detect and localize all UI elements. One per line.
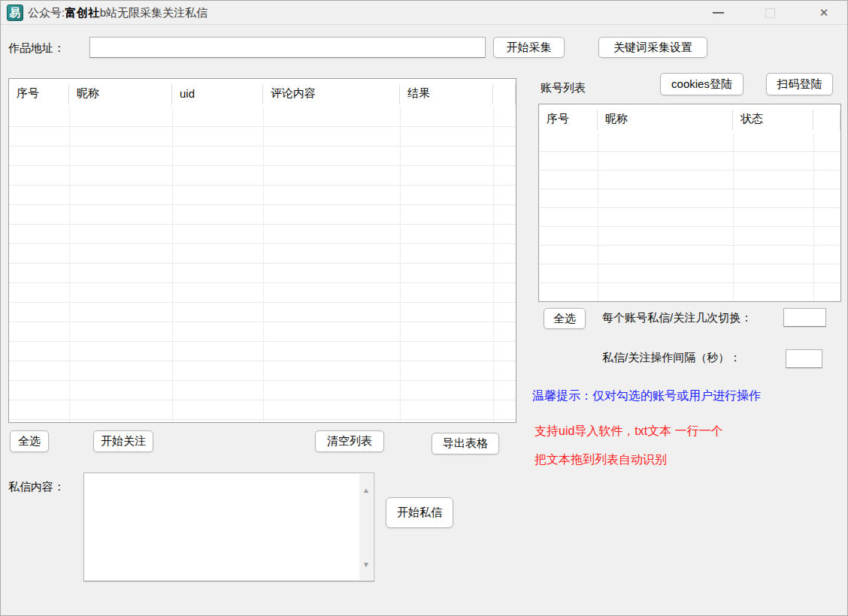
tip-red-text-1: 支持uid导入软件，txt文本 一行一个 [535,424,723,439]
list-select-all-button[interactable]: 全选 [10,430,49,452]
account-table[interactable]: 序号 昵称 状态 [538,104,841,302]
comment-table[interactable]: 序号 昵称 uid 评论内容 结果 [8,78,516,423]
dm-content-box: ▲ ▼ [83,473,374,581]
comment-col-content: 评论内容 [263,79,400,107]
comment-col-nickname: 昵称 [69,79,172,107]
app-window: 易 公众号:富创社b站无限采集关注私信 ✕ 作品地址： 开始采集 关键词采集设置… [0,0,848,616]
tip-blue-text: 温馨提示：仅对勾选的账号或用户进行操作 [532,388,761,404]
account-grid-line [733,133,734,301]
start-follow-button[interactable]: 开始关注 [93,430,153,452]
dm-scrollbar[interactable]: ▲ ▼ [359,474,373,580]
interval-input[interactable] [786,349,822,368]
account-list-label: 账号列表 [541,81,586,95]
comment-grid-line [263,107,264,422]
tip-red-text-2: 把文本拖到列表自动识别 [535,452,667,468]
account-table-header: 序号 昵称 状态 [539,104,840,133]
scroll-up-icon[interactable]: ▲ [359,483,373,497]
window-title-brand: 富创社 [65,6,100,19]
switch-times-label: 每个账号私信/关注几次切换： [602,311,752,325]
qr-login-button[interactable]: 扫码登陆 [766,73,833,95]
interval-label: 私信/关注操作间隔（秒）： [602,351,740,365]
window-title-suffix: b站无限采集关注私信 [100,6,207,19]
scroll-down-icon[interactable]: ▼ [359,557,373,571]
comment-col-uid: uid [172,79,263,107]
switch-times-input[interactable] [783,308,826,327]
account-select-all-button[interactable]: 全选 [544,308,586,329]
dm-content-textarea[interactable] [85,474,359,580]
comment-grid-line [400,107,401,422]
keyword-collect-settings-button[interactable]: 关键词采集设置 [598,37,707,58]
account-col-extra [813,104,840,133]
minimize-icon [713,12,724,14]
close-icon: ✕ [819,6,829,20]
dm-content-label: 私信内容： [8,480,65,494]
app-logo-icon: 易 [7,5,23,21]
account-col-nickname: 昵称 [598,104,733,133]
work-url-input[interactable] [89,37,486,58]
comment-col-extra [493,79,516,107]
maximize-button[interactable] [753,1,787,25]
start-dm-button[interactable]: 开始私信 [386,497,453,528]
comment-col-index: 序号 [9,79,69,107]
account-grid-line [598,133,598,301]
close-button[interactable]: ✕ [807,1,841,25]
export-table-button[interactable]: 导出表格 [432,433,499,454]
comment-table-body[interactable] [9,107,516,422]
window-title-prefix: 公众号: [28,6,65,19]
clear-list-button[interactable]: 清空列表 [315,430,384,452]
account-grid-line [813,133,814,301]
comment-grid-line [69,107,70,422]
account-table-body[interactable] [539,133,840,301]
account-col-status: 状态 [733,104,813,133]
window-title: 公众号:富创社b站无限采集关注私信 [28,1,207,25]
work-url-label: 作品地址： [8,41,65,56]
comment-grid-line [172,107,173,422]
titlebar: 易 公众号:富创社b站无限采集关注私信 ✕ [1,1,847,25]
comment-grid-line [493,107,494,422]
minimize-button[interactable] [701,1,735,25]
start-collect-button[interactable]: 开始采集 [493,37,565,58]
maximize-icon [765,8,775,18]
comment-col-result: 结果 [400,79,493,107]
cookies-login-button[interactable]: cookies登陆 [660,73,744,95]
account-col-index: 序号 [539,104,598,133]
comment-table-header: 序号 昵称 uid 评论内容 结果 [9,79,516,107]
